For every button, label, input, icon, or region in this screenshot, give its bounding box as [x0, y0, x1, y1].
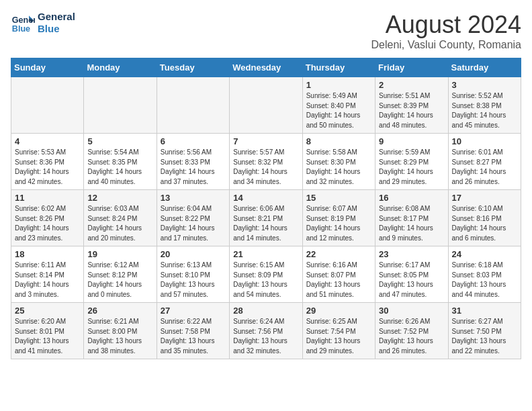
day-info: Sunrise: 5:49 AM Sunset: 8:40 PM Dayligh… [306, 91, 371, 130]
day-info: Sunrise: 6:03 AM Sunset: 8:24 PM Dayligh… [87, 204, 152, 243]
calendar-cell: 31Sunrise: 6:27 AM Sunset: 7:50 PM Dayli… [448, 303, 521, 359]
logo-icon: General Blue [11, 11, 35, 35]
calendar-cell: 1Sunrise: 5:49 AM Sunset: 8:40 PM Daylig… [302, 77, 375, 134]
calendar-week-row: 18Sunrise: 6:11 AM Sunset: 8:14 PM Dayli… [11, 246, 521, 303]
calendar-header: SundayMondayTuesdayWednesdayThursdayFrid… [11, 58, 521, 77]
calendar-cell [84, 77, 157, 134]
day-number: 26 [87, 306, 152, 316]
day-info: Sunrise: 6:12 AM Sunset: 8:12 PM Dayligh… [87, 261, 152, 300]
weekday-header-thursday: Thursday [302, 58, 375, 77]
calendar-cell: 20Sunrise: 6:13 AM Sunset: 8:10 PM Dayli… [157, 246, 229, 303]
day-number: 27 [161, 306, 226, 316]
calendar-cell [157, 77, 229, 134]
day-number: 18 [15, 249, 80, 259]
calendar-subtitle: Deleni, Vaslui County, Romania [371, 39, 521, 51]
day-info: Sunrise: 6:26 AM Sunset: 7:52 PM Dayligh… [379, 317, 444, 356]
weekday-header-friday: Friday [375, 58, 448, 77]
calendar-cell: 30Sunrise: 6:26 AM Sunset: 7:52 PM Dayli… [375, 303, 448, 359]
calendar-cell: 6Sunrise: 5:56 AM Sunset: 8:33 PM Daylig… [157, 134, 229, 190]
calendar-cell: 17Sunrise: 6:10 AM Sunset: 8:16 PM Dayli… [448, 190, 521, 246]
day-number: 25 [15, 306, 80, 316]
day-number: 14 [233, 193, 298, 203]
day-info: Sunrise: 6:04 AM Sunset: 8:22 PM Dayligh… [161, 204, 226, 243]
calendar-cell: 25Sunrise: 6:20 AM Sunset: 8:01 PM Dayli… [11, 303, 84, 359]
day-number: 7 [233, 136, 298, 146]
day-info: Sunrise: 5:52 AM Sunset: 8:38 PM Dayligh… [452, 91, 517, 130]
day-info: Sunrise: 6:08 AM Sunset: 8:17 PM Dayligh… [379, 204, 444, 243]
day-info: Sunrise: 5:57 AM Sunset: 8:32 PM Dayligh… [233, 148, 298, 187]
day-info: Sunrise: 6:06 AM Sunset: 8:21 PM Dayligh… [233, 204, 298, 243]
day-number: 9 [379, 136, 444, 146]
day-info: Sunrise: 6:13 AM Sunset: 8:10 PM Dayligh… [161, 261, 226, 300]
day-info: Sunrise: 5:51 AM Sunset: 8:39 PM Dayligh… [379, 91, 444, 130]
weekday-header-saturday: Saturday [448, 58, 521, 77]
calendar-cell: 8Sunrise: 5:58 AM Sunset: 8:30 PM Daylig… [302, 134, 375, 190]
calendar-cell: 28Sunrise: 6:24 AM Sunset: 7:56 PM Dayli… [230, 303, 302, 359]
header: General Blue General Blue August 2024 De… [11, 11, 521, 51]
weekday-header-row: SundayMondayTuesdayWednesdayThursdayFrid… [11, 58, 521, 77]
weekday-header-tuesday: Tuesday [157, 58, 229, 77]
day-info: Sunrise: 6:24 AM Sunset: 7:56 PM Dayligh… [233, 317, 298, 356]
day-number: 1 [306, 80, 371, 90]
calendar-week-row: 1Sunrise: 5:49 AM Sunset: 8:40 PM Daylig… [11, 77, 521, 134]
calendar-cell: 4Sunrise: 5:53 AM Sunset: 8:36 PM Daylig… [11, 134, 84, 190]
calendar-week-row: 25Sunrise: 6:20 AM Sunset: 8:01 PM Dayli… [11, 303, 521, 359]
calendar-cell [230, 77, 302, 134]
day-info: Sunrise: 5:59 AM Sunset: 8:29 PM Dayligh… [379, 148, 444, 187]
logo-general: General [38, 11, 75, 23]
logo: General Blue General Blue [11, 11, 75, 35]
day-number: 6 [161, 136, 226, 146]
day-number: 23 [379, 249, 444, 259]
calendar-cell: 27Sunrise: 6:22 AM Sunset: 7:58 PM Dayli… [157, 303, 229, 359]
day-info: Sunrise: 5:53 AM Sunset: 8:36 PM Dayligh… [15, 148, 80, 187]
calendar-cell [11, 77, 84, 134]
day-number: 29 [306, 306, 371, 316]
day-info: Sunrise: 6:27 AM Sunset: 7:50 PM Dayligh… [452, 317, 517, 356]
day-info: Sunrise: 6:11 AM Sunset: 8:14 PM Dayligh… [15, 261, 80, 300]
day-info: Sunrise: 6:17 AM Sunset: 8:05 PM Dayligh… [379, 261, 444, 300]
svg-text:Blue: Blue [12, 24, 30, 34]
calendar-table: SundayMondayTuesdayWednesdayThursdayFrid… [11, 58, 521, 359]
day-number: 13 [161, 193, 226, 203]
day-info: Sunrise: 6:07 AM Sunset: 8:19 PM Dayligh… [306, 204, 371, 243]
calendar-cell: 11Sunrise: 6:02 AM Sunset: 8:26 PM Dayli… [11, 190, 84, 246]
day-info: Sunrise: 6:25 AM Sunset: 7:54 PM Dayligh… [306, 317, 371, 356]
calendar-cell: 12Sunrise: 6:03 AM Sunset: 8:24 PM Dayli… [84, 190, 157, 246]
calendar-cell: 7Sunrise: 5:57 AM Sunset: 8:32 PM Daylig… [230, 134, 302, 190]
day-number: 20 [161, 249, 226, 259]
calendar-cell: 3Sunrise: 5:52 AM Sunset: 8:38 PM Daylig… [448, 77, 521, 134]
weekday-header-sunday: Sunday [11, 58, 84, 77]
day-number: 24 [452, 249, 517, 259]
day-number: 15 [306, 193, 371, 203]
calendar-title: August 2024 [371, 11, 521, 39]
day-number: 12 [87, 193, 152, 203]
weekday-header-monday: Monday [84, 58, 157, 77]
calendar-cell: 15Sunrise: 6:07 AM Sunset: 8:19 PM Dayli… [302, 190, 375, 246]
calendar-cell: 21Sunrise: 6:15 AM Sunset: 8:09 PM Dayli… [230, 246, 302, 303]
day-info: Sunrise: 5:56 AM Sunset: 8:33 PM Dayligh… [161, 148, 226, 187]
day-number: 5 [87, 136, 152, 146]
calendar-cell: 23Sunrise: 6:17 AM Sunset: 8:05 PM Dayli… [375, 246, 448, 303]
day-number: 17 [452, 193, 517, 203]
day-info: Sunrise: 6:22 AM Sunset: 7:58 PM Dayligh… [161, 317, 226, 356]
day-number: 21 [233, 249, 298, 259]
calendar-cell: 18Sunrise: 6:11 AM Sunset: 8:14 PM Dayli… [11, 246, 84, 303]
calendar-cell: 2Sunrise: 5:51 AM Sunset: 8:39 PM Daylig… [375, 77, 448, 134]
logo-blue: Blue [38, 23, 75, 35]
calendar-week-row: 11Sunrise: 6:02 AM Sunset: 8:26 PM Dayli… [11, 190, 521, 246]
calendar-cell: 24Sunrise: 6:18 AM Sunset: 8:03 PM Dayli… [448, 246, 521, 303]
day-number: 3 [452, 80, 517, 90]
day-number: 28 [233, 306, 298, 316]
day-info: Sunrise: 6:16 AM Sunset: 8:07 PM Dayligh… [306, 261, 371, 300]
calendar-cell: 5Sunrise: 5:54 AM Sunset: 8:35 PM Daylig… [84, 134, 157, 190]
calendar-body: 1Sunrise: 5:49 AM Sunset: 8:40 PM Daylig… [11, 77, 521, 359]
day-number: 11 [15, 193, 80, 203]
day-info: Sunrise: 6:21 AM Sunset: 8:00 PM Dayligh… [87, 317, 152, 356]
calendar-week-row: 4Sunrise: 5:53 AM Sunset: 8:36 PM Daylig… [11, 134, 521, 190]
day-number: 4 [15, 136, 80, 146]
day-number: 8 [306, 136, 371, 146]
day-number: 31 [452, 306, 517, 316]
title-area: August 2024 Deleni, Vaslui County, Roman… [371, 11, 521, 51]
weekday-header-wednesday: Wednesday [230, 58, 302, 77]
calendar-cell: 29Sunrise: 6:25 AM Sunset: 7:54 PM Dayli… [302, 303, 375, 359]
